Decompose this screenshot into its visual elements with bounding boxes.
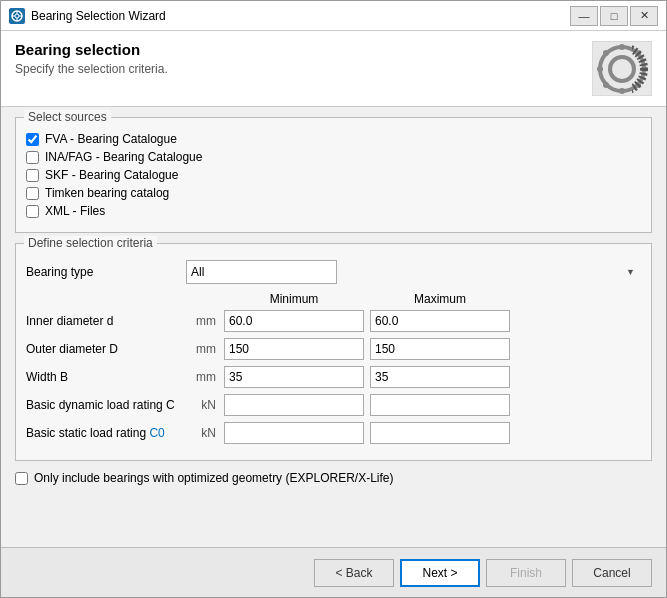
bearing-type-label: Bearing type xyxy=(26,265,186,279)
criteria-group: Define selection criteria Bearing type A… xyxy=(15,243,652,461)
inner-diameter-label: Inner diameter d xyxy=(26,314,186,328)
only-include-checkbox[interactable] xyxy=(15,472,28,485)
source-timken: Timken bearing catalog xyxy=(26,186,641,200)
inner-diameter-unit: mm xyxy=(186,314,216,328)
only-include-label: Only include bearings with optimized geo… xyxy=(34,471,393,485)
source-skf-label: SKF - Bearing Catalogue xyxy=(45,168,178,182)
svg-point-16 xyxy=(603,82,609,88)
width-min-input[interactable] xyxy=(224,366,364,388)
svg-point-10 xyxy=(619,88,625,94)
dynamic-load-max-input[interactable] xyxy=(370,394,510,416)
criteria-group-label: Define selection criteria xyxy=(24,236,157,250)
dynamic-load-row: Basic dynamic load rating C kN xyxy=(26,394,641,416)
source-ina-fag-label: INA/FAG - Bearing Catalogue xyxy=(45,150,202,164)
outer-diameter-row: Outer diameter D mm xyxy=(26,338,641,360)
main-window: Bearing Selection Wizard — □ ✕ Bearing s… xyxy=(0,0,667,598)
next-button[interactable]: Next > xyxy=(400,559,480,587)
svg-point-9 xyxy=(619,44,625,50)
title-bar: Bearing Selection Wizard — □ ✕ xyxy=(1,1,666,31)
static-load-row: Basic static load rating C0 kN xyxy=(26,422,641,444)
footer: < Back Next > Finish Cancel xyxy=(1,547,666,597)
maximize-button[interactable]: □ xyxy=(600,6,628,26)
window-title: Bearing Selection Wizard xyxy=(31,9,570,23)
svg-point-11 xyxy=(597,66,603,72)
source-ina-fag-checkbox[interactable] xyxy=(26,151,39,164)
source-timken-label: Timken bearing catalog xyxy=(45,186,169,200)
source-timken-checkbox[interactable] xyxy=(26,187,39,200)
bearing-type-select-wrapper: All Deep groove ball bearings Cylindrica… xyxy=(186,260,641,284)
outer-diameter-min-input[interactable] xyxy=(224,338,364,360)
source-fva: FVA - Bearing Catalogue xyxy=(26,132,641,146)
source-xml: XML - Files xyxy=(26,204,641,218)
sources-group-label: Select sources xyxy=(24,110,111,124)
static-load-label: Basic static load rating C0 xyxy=(26,426,186,440)
close-button[interactable]: ✕ xyxy=(630,6,658,26)
content-area: Select sources FVA - Bearing Catalogue I… xyxy=(1,107,666,547)
source-fva-label: FVA - Bearing Catalogue xyxy=(45,132,177,146)
dynamic-load-min-input[interactable] xyxy=(224,394,364,416)
bearing-type-select[interactable]: All Deep groove ball bearings Cylindrica… xyxy=(186,260,337,284)
cancel-button[interactable]: Cancel xyxy=(572,559,652,587)
dynamic-load-label: Basic dynamic load rating C xyxy=(26,398,186,412)
col-headers: Minimum Maximum xyxy=(26,292,641,306)
finish-button[interactable]: Finish xyxy=(486,559,566,587)
source-fva-checkbox[interactable] xyxy=(26,133,39,146)
bearing-diagram xyxy=(592,41,652,96)
source-ina-fag: INA/FAG - Bearing Catalogue xyxy=(26,150,641,164)
source-xml-checkbox[interactable] xyxy=(26,205,39,218)
outer-diameter-unit: mm xyxy=(186,342,216,356)
minimize-button[interactable]: — xyxy=(570,6,598,26)
static-load-max-input[interactable] xyxy=(370,422,510,444)
source-xml-label: XML - Files xyxy=(45,204,105,218)
page-title: Bearing selection xyxy=(15,41,168,58)
svg-point-13 xyxy=(603,50,609,56)
outer-diameter-max-input[interactable] xyxy=(370,338,510,360)
app-icon xyxy=(9,8,25,24)
svg-point-1 xyxy=(15,14,19,18)
inner-diameter-row: Inner diameter d mm xyxy=(26,310,641,332)
page-subtitle: Specify the selection criteria. xyxy=(15,62,168,76)
col-min-header: Minimum xyxy=(224,292,364,306)
width-unit: mm xyxy=(186,370,216,384)
inner-diameter-max-input[interactable] xyxy=(370,310,510,332)
header-text: Bearing selection Specify the selection … xyxy=(15,41,168,76)
window-controls: — □ ✕ xyxy=(570,6,658,26)
bearing-type-row: Bearing type All Deep groove ball bearin… xyxy=(26,260,641,284)
source-skf: SKF - Bearing Catalogue xyxy=(26,168,641,182)
outer-diameter-label: Outer diameter D xyxy=(26,342,186,356)
only-include-row: Only include bearings with optimized geo… xyxy=(15,471,652,485)
col-max-header: Maximum xyxy=(370,292,510,306)
static-load-unit: kN xyxy=(186,426,216,440)
back-button[interactable]: < Back xyxy=(314,559,394,587)
width-label: Width B xyxy=(26,370,186,384)
dynamic-load-unit: kN xyxy=(186,398,216,412)
width-max-input[interactable] xyxy=(370,366,510,388)
inner-diameter-min-input[interactable] xyxy=(224,310,364,332)
header: Bearing selection Specify the selection … xyxy=(1,31,666,107)
source-skf-checkbox[interactable] xyxy=(26,169,39,182)
static-load-min-input[interactable] xyxy=(224,422,364,444)
width-row: Width B mm xyxy=(26,366,641,388)
sources-group: Select sources FVA - Bearing Catalogue I… xyxy=(15,117,652,233)
